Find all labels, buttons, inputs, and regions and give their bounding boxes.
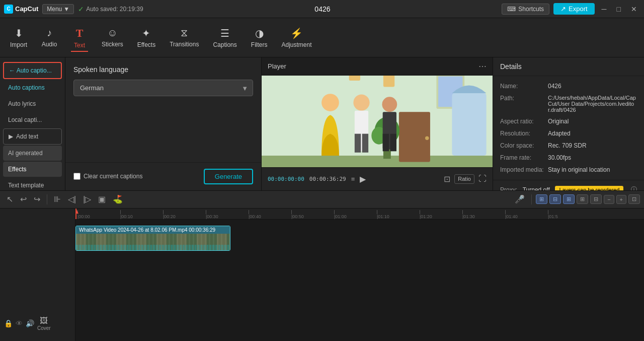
menu-label: Menu bbox=[47, 6, 62, 13]
sidebar-item-local-captions[interactable]: Local capti... bbox=[3, 112, 62, 127]
sidebar-item-ai-generated[interactable]: AI generated bbox=[3, 146, 62, 161]
toolbar-filters[interactable]: ◑ Filters bbox=[245, 24, 274, 51]
aspect-value: Original bbox=[548, 118, 637, 125]
autosave-indicator: ✓ Auto saved: 20:19:39 bbox=[78, 5, 143, 13]
cursor-tool-button[interactable]: ↖ bbox=[4, 193, 16, 206]
video-clip-header: WhatsApp Video 2024-04-26 at 8.02.06 PM.… bbox=[76, 226, 230, 234]
toolbar-stickers[interactable]: ☺ Stickers bbox=[96, 24, 129, 51]
aspect-key: Aspect ratio: bbox=[500, 118, 548, 125]
panel-footer: Clear current captions Generate bbox=[65, 162, 261, 190]
sidebar-item-effects[interactable]: Effects bbox=[3, 162, 62, 177]
language-select[interactable]: German English Spanish French Italian Ja… bbox=[73, 80, 253, 96]
hide-track-button[interactable]: 👁 bbox=[16, 319, 23, 327]
add-text-label: Add text bbox=[16, 133, 38, 140]
logo-icon: C bbox=[4, 5, 13, 14]
local-captions-label: Local capti... bbox=[8, 116, 42, 123]
ruler-mark-20: |00:20 bbox=[163, 210, 176, 219]
cover-control[interactable]: 🖼 Cover bbox=[37, 316, 51, 331]
sidebar-item-text-template[interactable]: Text template bbox=[3, 178, 62, 190]
timeline-right: |00:00 |00:10 |00:20 |00:30 |00:40 |00:5… bbox=[75, 209, 644, 342]
split-button[interactable]: ⊪ bbox=[51, 193, 63, 206]
video-clip[interactable]: WhatsApp Video 2024-04-26 at 8.02.06 PM.… bbox=[75, 226, 230, 251]
ai-generated-label: AI generated bbox=[8, 150, 43, 157]
maximize-button[interactable]: □ bbox=[614, 4, 624, 14]
resolution-key: Resolution: bbox=[500, 130, 548, 137]
timeline-track-controls: 🔒 👁 🔊 🖼 Cover bbox=[0, 209, 75, 342]
snap-btn-2[interactable]: ⊟ bbox=[549, 194, 561, 204]
toolbar-effects[interactable]: ✦ Effects bbox=[131, 24, 162, 51]
effects-sidebar-label: Effects bbox=[8, 166, 26, 173]
mic-button[interactable]: 🎤 bbox=[512, 193, 527, 206]
ratio-button[interactable]: Ratio bbox=[454, 174, 474, 184]
redo-button[interactable]: ↪ bbox=[31, 193, 43, 206]
group-btn[interactable]: ⊟ bbox=[590, 194, 602, 204]
sidebar-item-auto-lyrics[interactable]: Auto lyrics bbox=[3, 96, 62, 111]
app-name: CapCut bbox=[15, 5, 38, 13]
framerate-key: Frame rate: bbox=[500, 154, 548, 161]
generate-button[interactable]: Generate bbox=[204, 169, 253, 184]
undo-button[interactable]: ↩ bbox=[18, 193, 29, 206]
clear-captions-checkbox[interactable] bbox=[73, 173, 80, 180]
framerate-value: 30.00fps bbox=[548, 154, 637, 161]
ruler-mark-130: |01:30 bbox=[462, 210, 475, 219]
sidebar-item-add-text[interactable]: ▶ Add text bbox=[3, 128, 62, 145]
player-header: Player ⋯ bbox=[262, 57, 493, 76]
main-toolbar: ⬇ Import ♪ Audio T Text ☺ Stickers ✦ Eff… bbox=[0, 18, 644, 57]
cover-icon: 🖼 bbox=[40, 316, 48, 325]
imported-key: Imported media: bbox=[500, 166, 548, 173]
toolbar-transitions[interactable]: ⧖ Transitions bbox=[164, 24, 205, 51]
trim-left-button[interactable]: ◁| bbox=[65, 193, 78, 206]
playhead[interactable] bbox=[75, 209, 76, 219]
ruler-mark-50: |00:50 bbox=[291, 210, 304, 219]
spoken-language-section: Spoken language German English Spanish F… bbox=[65, 57, 261, 162]
close-button[interactable]: ✕ bbox=[628, 4, 640, 14]
player-tools: ⊡ Ratio ⛶ bbox=[444, 174, 487, 184]
video-scene: Es gibt einen Tisch für zwei Personen. bbox=[262, 76, 493, 167]
toolbar-import[interactable]: ⬇ Import bbox=[4, 24, 33, 51]
left-sidebar: ← Auto captio... Auto captions Auto lyri… bbox=[0, 57, 65, 190]
ruler-mark-110: |01:10 bbox=[377, 210, 389, 219]
trim-right-button[interactable]: |▷ bbox=[80, 193, 94, 206]
export-button[interactable]: ↗ Export bbox=[553, 3, 595, 15]
proxy-label: Proxy: bbox=[500, 186, 517, 190]
zoom-fit-button[interactable]: ⊡ bbox=[444, 174, 450, 184]
spoken-language-label: Spoken language bbox=[73, 65, 253, 74]
toolbar-divider-1 bbox=[47, 194, 47, 204]
fullscreen-button[interactable]: ⛶ bbox=[478, 174, 487, 184]
zoom-in-btn[interactable]: + bbox=[616, 195, 626, 204]
colorspace-value: Rec. 709 SDR bbox=[548, 142, 637, 149]
effects-icon: ✦ bbox=[142, 27, 150, 39]
proxy-status: Turned off bbox=[523, 186, 550, 190]
snap-btn-3[interactable]: ⊞ bbox=[563, 194, 575, 204]
marker-button[interactable]: ⛳ bbox=[110, 193, 125, 206]
toolbar-audio[interactable]: ♪ Audio bbox=[35, 24, 63, 51]
mute-track-button[interactable]: 🔊 bbox=[26, 319, 34, 327]
topbar: C CapCut Menu ▼ ✓ Auto saved: 20:19:39 0… bbox=[0, 0, 644, 18]
play-button[interactable]: ▶ bbox=[360, 174, 366, 184]
player-menu-button[interactable]: ⋯ bbox=[478, 61, 487, 71]
svg-point-18 bbox=[382, 97, 397, 112]
align-btn[interactable]: ⊞ bbox=[577, 194, 588, 204]
lock-track-button[interactable]: 🔒 bbox=[4, 319, 13, 327]
toolbar-text[interactable]: T Text bbox=[65, 24, 94, 52]
sidebar-item-auto-captions[interactable]: Auto captions bbox=[3, 80, 62, 95]
crop-button[interactable]: ▣ bbox=[96, 193, 108, 206]
project-name: 0426 bbox=[147, 5, 498, 13]
sidebar-item-auto-captions-btn[interactable]: ← Auto captio... bbox=[3, 62, 62, 79]
toolbar-captions[interactable]: ☰ Captions bbox=[207, 24, 243, 51]
snap-button[interactable]: ⊞ bbox=[536, 194, 547, 204]
fit-btn[interactable]: ⊡ bbox=[628, 194, 640, 204]
player-title: Player bbox=[268, 62, 286, 70]
layers-badge: Layers can be reordered bbox=[555, 186, 623, 190]
stickers-label: Stickers bbox=[102, 41, 123, 48]
toolbar-adjustment[interactable]: ⚡ Adjustment bbox=[275, 24, 317, 51]
ruler-marks: |00:00 |00:10 |00:20 |00:30 |00:40 |00:5… bbox=[77, 209, 642, 219]
svg-rect-1 bbox=[262, 156, 493, 167]
path-value: C:/Users/hebah/AppData/Local/CapCut/User… bbox=[548, 95, 637, 113]
zoom-out-btn[interactable]: − bbox=[604, 195, 614, 204]
shortcuts-button[interactable]: ⌨ Shortcuts bbox=[502, 4, 549, 15]
minimize-button[interactable]: ─ bbox=[599, 4, 610, 14]
menu-button[interactable]: Menu ▼ bbox=[42, 4, 74, 14]
svg-rect-21 bbox=[390, 134, 396, 152]
text-template-label: Text template bbox=[8, 182, 44, 189]
